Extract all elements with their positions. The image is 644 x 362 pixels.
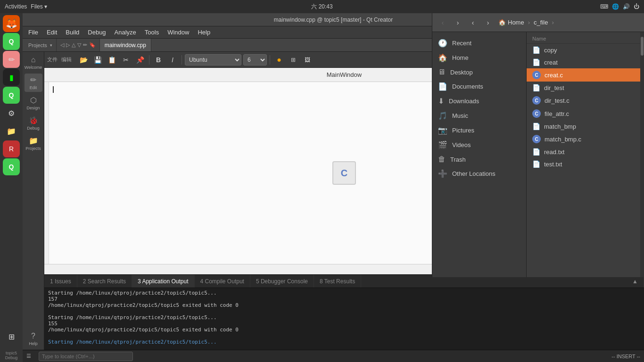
tab-app-output[interactable]: 3 Application Output — [132, 275, 194, 288]
file-item-dir-test-c[interactable]: C dir_test.c — [527, 94, 640, 107]
fm-scrollbar[interactable] — [640, 32, 644, 277]
desktop-icon: 🖥 — [438, 68, 446, 76]
videos-icon: 🎬 — [438, 140, 447, 149]
settings-icon[interactable]: ⚙ — [3, 105, 20, 122]
dock: 🦊 Q ✏ ▮ Q ⚙ 📁 R Q ⊞ topic5Debug — [0, 13, 23, 362]
nav-up-icon[interactable]: △ — [72, 42, 75, 48]
file-item-test-txt[interactable]: 📄 test.txt — [527, 158, 640, 170]
apps-grid-icon[interactable]: ⊞ — [3, 328, 20, 345]
menu-help[interactable]: Help — [194, 28, 214, 37]
help-icon: ? — [31, 332, 35, 340]
edit-btn[interactable]: ✏ Edit — [25, 74, 42, 92]
color-button[interactable]: ● — [273, 54, 285, 66]
tab-compile[interactable]: 4 Compile Output — [195, 275, 250, 288]
sidebar-item-other-locations[interactable]: ➕ Other Locations — [432, 166, 526, 181]
power-icon[interactable]: ⏻ — [634, 3, 639, 10]
sidebar-item-pictures[interactable]: 📷 Pictures — [432, 123, 526, 138]
c-file-icon-match-bmp: C — [532, 135, 541, 143]
cursor — [53, 86, 54, 93]
font-family-select[interactable]: Ubuntu — [185, 54, 241, 66]
qt3-icon[interactable]: Q — [3, 158, 20, 175]
file-item-match-bmp-c[interactable]: C match_bmp.c — [527, 132, 640, 146]
files-icon[interactable]: 📁 — [3, 123, 20, 140]
design-btn[interactable]: ⬡ Design — [25, 94, 42, 112]
nav-down-icon[interactable]: ▽ — [77, 42, 81, 48]
terminal-icon[interactable]: ▮ — [3, 69, 20, 86]
home-sidebar-icon: 🏠 — [438, 53, 447, 62]
save-button[interactable]: 💾 — [91, 54, 104, 66]
fm-forward-btn[interactable]: › — [451, 16, 464, 29]
file-name-creat: creat — [544, 59, 558, 66]
image-button[interactable]: 🖼 — [301, 54, 314, 66]
fm-breadcrumb-cfile[interactable]: c_file — [532, 18, 550, 27]
file-item-dir-test[interactable]: 📄 dir_test — [527, 82, 640, 94]
menu-tools[interactable]: Tools — [141, 28, 163, 37]
fm-breadcrumb-home[interactable]: 🏠 Home — [496, 18, 526, 27]
menu-file[interactable]: File — [25, 28, 42, 37]
sidebar-item-downloads[interactable]: ⬇ Downloads — [432, 94, 526, 108]
edit-label: Edit — [30, 85, 37, 90]
file-item-read-txt[interactable]: 📄 read.txt — [527, 146, 640, 158]
file-name-read-txt: read.txt — [544, 148, 564, 156]
file-item-copy[interactable]: 📄 copy — [527, 44, 640, 56]
tab-search[interactable]: 2 Search Results — [77, 275, 132, 288]
open-folder-button[interactable]: 📂 — [77, 54, 90, 66]
menu-debug[interactable]: Debug — [84, 28, 109, 37]
sidebar-item-trash[interactable]: 🗑 Trash — [432, 152, 526, 166]
red-app-icon[interactable]: R — [3, 140, 20, 157]
qt-icon[interactable]: Q — [3, 33, 20, 50]
file-item-creat[interactable]: 📄 creat — [527, 56, 640, 68]
nav-back-icon[interactable]: ◁ — [60, 42, 64, 48]
insert-mode: -- INSERT -- — [611, 354, 640, 359]
sidebar-item-documents[interactable]: 📄 Documents — [432, 79, 526, 94]
debug-btn[interactable]: 🐞 Debug — [25, 114, 42, 132]
sidebar-item-music[interactable]: 🎵 Music — [432, 108, 526, 123]
tab-mainwindow-cpp[interactable]: mainwindow.cpp — [100, 39, 151, 51]
fm-next-btn[interactable]: › — [481, 16, 495, 29]
menu-window[interactable]: Window — [164, 28, 193, 37]
menu-edit[interactable]: Edit — [43, 28, 61, 37]
sidebar-item-home[interactable]: 🏠 Home — [432, 50, 526, 65]
editor-icon[interactable]: ✏ — [3, 51, 20, 68]
fm-prev-btn[interactable]: ‹ — [466, 16, 479, 29]
menu-analyze[interactable]: Analyze — [111, 28, 140, 37]
firefox-icon[interactable]: 🦊 — [3, 15, 20, 32]
txt-file-icon-read: 📄 — [532, 148, 540, 156]
menu-build[interactable]: Build — [62, 28, 83, 37]
window-title: mainwindow.cpp @ topic5 [master] - Qt Cr… — [274, 16, 393, 23]
sidebar-item-recent[interactable]: 🕐 Recent — [432, 36, 526, 50]
cfile-label: c_file — [534, 19, 548, 26]
italic-button[interactable]: I — [166, 54, 179, 66]
copy-button[interactable]: 📋 — [106, 54, 118, 66]
activities-label[interactable]: Activities — [5, 3, 27, 10]
edit-icon: ✏ — [30, 75, 36, 84]
projects-tab[interactable]: Projects — [28, 42, 47, 48]
help-btn[interactable]: ? Help — [25, 330, 42, 348]
file-manager: ‹ › ‹ › 🏠 Home › c_file › 🕐 Recent 🏠 H — [432, 13, 644, 277]
mainwindow-title-text: MainWindow — [327, 71, 362, 78]
file-item-creat-c[interactable]: C creat.c — [527, 68, 640, 82]
separator3 — [270, 55, 270, 65]
file-item-file-attr-c[interactable]: C file_attr.c — [527, 107, 640, 120]
sidebar-item-videos[interactable]: 🎬 Videos — [432, 138, 526, 152]
tab-debugger[interactable]: 5 Debugger Console — [250, 275, 314, 288]
fm-scrollbar-handle[interactable] — [641, 37, 644, 56]
bold-button[interactable]: B — [152, 54, 165, 66]
tab-issues[interactable]: 1 Issues — [44, 275, 77, 288]
sidebar-item-desktop[interactable]: 🖥 Desktop — [432, 65, 526, 79]
fm-back-btn: ‹ — [436, 16, 449, 29]
tab-tests[interactable]: 8 Test Results — [314, 275, 361, 288]
table-button[interactable]: ⊞ — [287, 54, 299, 66]
file-item-match-bmp[interactable]: 📄 match_bmp — [527, 120, 640, 132]
font-size-select[interactable]: 6 — [243, 54, 267, 66]
welcome-btn[interactable]: ⌂ Welcome — [25, 54, 42, 72]
qt2-icon[interactable]: Q — [3, 87, 20, 104]
files-menu[interactable]: Files ▾ — [31, 3, 47, 10]
paste-button[interactable]: 📌 — [134, 54, 146, 66]
nav-forward-icon[interactable]: ▷ — [66, 42, 70, 48]
pencil-icon: ✏ — [83, 42, 87, 48]
cut-button[interactable]: ✂ — [120, 54, 132, 66]
file-name-copy: copy — [544, 47, 557, 54]
projects-btn[interactable]: 📁 Projects — [25, 134, 42, 153]
locate-input[interactable] — [39, 352, 133, 361]
